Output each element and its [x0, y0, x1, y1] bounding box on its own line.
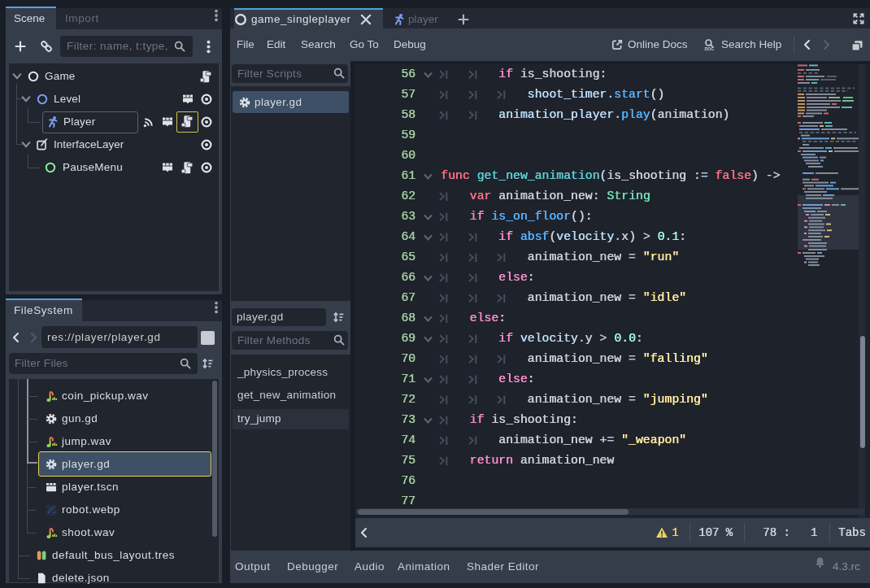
- svg-text:DOC: DOC: [704, 46, 714, 51]
